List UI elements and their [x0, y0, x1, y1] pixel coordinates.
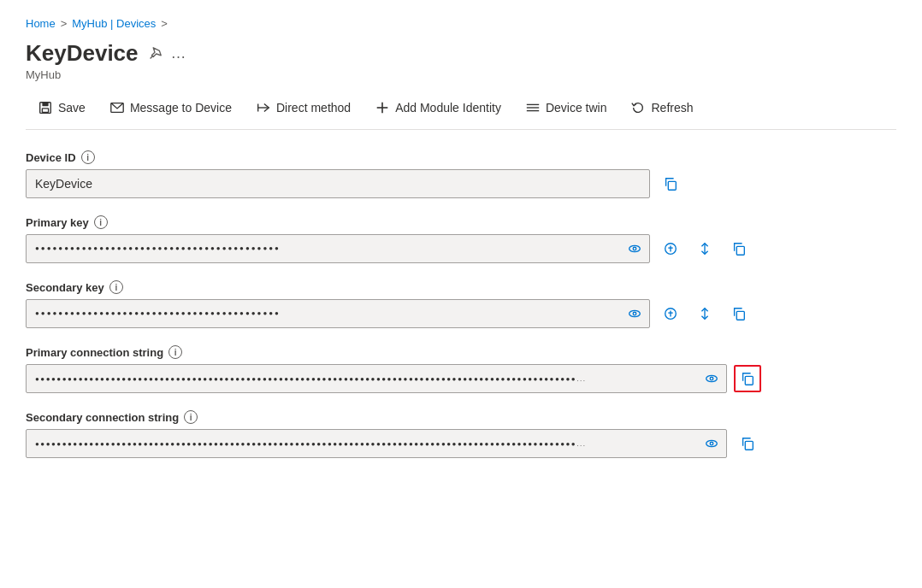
- device-id-input[interactable]: KeyDevice: [26, 169, 650, 198]
- svg-point-28: [710, 377, 713, 380]
- direct-method-icon: [256, 100, 271, 115]
- svg-point-21: [633, 312, 636, 315]
- secondary-key-info-icon[interactable]: i: [109, 280, 123, 294]
- page-header: KeyDevice …: [26, 40, 896, 67]
- direct-method-label: Direct method: [276, 101, 351, 115]
- secondary-connection-section: Secondary connection string i ●●●●●●●●●●…: [26, 410, 896, 458]
- direct-method-button[interactable]: Direct method: [244, 95, 363, 121]
- secondary-key-eye-button[interactable]: [627, 306, 642, 321]
- breadcrumb-home[interactable]: Home: [26, 17, 56, 30]
- breadcrumb: Home > MyHub | Devices >: [26, 17, 896, 30]
- svg-rect-26: [736, 311, 744, 320]
- device-twin-button[interactable]: Device twin: [513, 95, 619, 121]
- primary-connection-label: Primary connection string i: [26, 345, 896, 359]
- secondary-connection-label: Secondary connection string i: [26, 410, 896, 424]
- breadcrumb-sep1: >: [61, 17, 68, 30]
- save-icon: [38, 100, 53, 115]
- secondary-key-generate-button[interactable]: [657, 300, 684, 327]
- message-icon: [109, 100, 125, 115]
- svg-rect-12: [668, 181, 676, 190]
- primary-connection-copy-button[interactable]: [734, 365, 761, 392]
- secondary-key-copy-button[interactable]: [725, 300, 753, 327]
- svg-point-30: [706, 440, 718, 446]
- save-button[interactable]: Save: [26, 95, 98, 121]
- add-module-button[interactable]: Add Module Identity: [363, 95, 513, 121]
- primary-connection-eye-button[interactable]: [704, 371, 719, 386]
- primary-key-label: Primary key i: [26, 215, 896, 229]
- device-id-label: Device ID i: [26, 150, 896, 164]
- device-id-row: KeyDevice: [26, 169, 896, 198]
- secondary-connection-info-icon[interactable]: i: [184, 410, 198, 424]
- pin-icon[interactable]: [147, 44, 163, 62]
- primary-key-copy-button[interactable]: [725, 235, 753, 262]
- secondary-connection-copy-button[interactable]: [734, 430, 761, 457]
- refresh-label: Refresh: [651, 101, 693, 115]
- svg-point-14: [633, 247, 636, 250]
- secondary-key-section: Secondary key i ●●●●●●●●●●●●●●●●●●●●●●●●…: [26, 280, 896, 328]
- add-module-icon: [375, 100, 390, 115]
- page-title: KeyDevice: [26, 40, 139, 67]
- device-id-info-icon[interactable]: i: [81, 150, 95, 164]
- svg-rect-3: [42, 109, 48, 112]
- svg-rect-2: [42, 103, 48, 107]
- primary-connection-info-icon[interactable]: i: [168, 345, 182, 359]
- device-id-copy-button[interactable]: [657, 170, 684, 197]
- primary-connection-section: Primary connection string i ●●●●●●●●●●●●…: [26, 345, 896, 393]
- svg-rect-32: [745, 441, 753, 450]
- svg-rect-29: [745, 376, 753, 385]
- secondary-key-input[interactable]: ●●●●●●●●●●●●●●●●●●●●●●●●●●●●●●●●●●●●●●●●…: [26, 299, 650, 328]
- secondary-connection-input[interactable]: ●●●●●●●●●●●●●●●●●●●●●●●●●●●●●●●●●●●●●●●●…: [26, 429, 727, 458]
- svg-line-0: [150, 56, 152, 59]
- primary-connection-input[interactable]: ●●●●●●●●●●●●●●●●●●●●●●●●●●●●●●●●●●●●●●●●…: [26, 364, 727, 393]
- svg-point-13: [629, 245, 641, 251]
- svg-point-20: [629, 310, 641, 316]
- svg-point-27: [706, 375, 718, 381]
- save-label: Save: [58, 101, 86, 115]
- more-icon[interactable]: …: [171, 44, 186, 62]
- device-twin-label: Device twin: [546, 101, 607, 115]
- primary-key-input[interactable]: ●●●●●●●●●●●●●●●●●●●●●●●●●●●●●●●●●●●●●●●●…: [26, 234, 650, 263]
- primary-key-row: ●●●●●●●●●●●●●●●●●●●●●●●●●●●●●●●●●●●●●●●●…: [26, 234, 896, 263]
- device-twin-icon: [525, 100, 541, 115]
- primary-key-section: Primary key i ●●●●●●●●●●●●●●●●●●●●●●●●●●…: [26, 215, 896, 263]
- secondary-key-label: Secondary key i: [26, 280, 896, 294]
- device-id-section: Device ID i KeyDevice: [26, 150, 896, 198]
- add-module-label: Add Module Identity: [395, 101, 501, 115]
- secondary-key-swap-button[interactable]: [691, 300, 718, 327]
- toolbar: Save Message to Device Direct method: [26, 95, 896, 130]
- refresh-button[interactable]: Refresh: [618, 95, 705, 121]
- secondary-connection-eye-button[interactable]: [704, 436, 719, 451]
- secondary-connection-row: ●●●●●●●●●●●●●●●●●●●●●●●●●●●●●●●●●●●●●●●●…: [26, 429, 896, 458]
- breadcrumb-sep2: >: [161, 17, 168, 30]
- message-to-device-button[interactable]: Message to Device: [98, 95, 244, 121]
- subtitle: MyHub: [26, 68, 896, 81]
- svg-rect-19: [736, 246, 744, 255]
- breadcrumb-hub[interactable]: MyHub | Devices: [72, 17, 156, 30]
- refresh-icon: [630, 100, 646, 115]
- primary-key-generate-button[interactable]: [657, 235, 684, 262]
- primary-key-eye-button[interactable]: [627, 241, 642, 256]
- svg-point-31: [710, 442, 713, 445]
- message-label: Message to Device: [130, 101, 232, 115]
- primary-connection-row: ●●●●●●●●●●●●●●●●●●●●●●●●●●●●●●●●●●●●●●●●…: [26, 364, 896, 393]
- primary-key-swap-button[interactable]: [691, 235, 718, 262]
- secondary-key-row: ●●●●●●●●●●●●●●●●●●●●●●●●●●●●●●●●●●●●●●●●…: [26, 299, 896, 328]
- primary-key-info-icon[interactable]: i: [94, 215, 108, 229]
